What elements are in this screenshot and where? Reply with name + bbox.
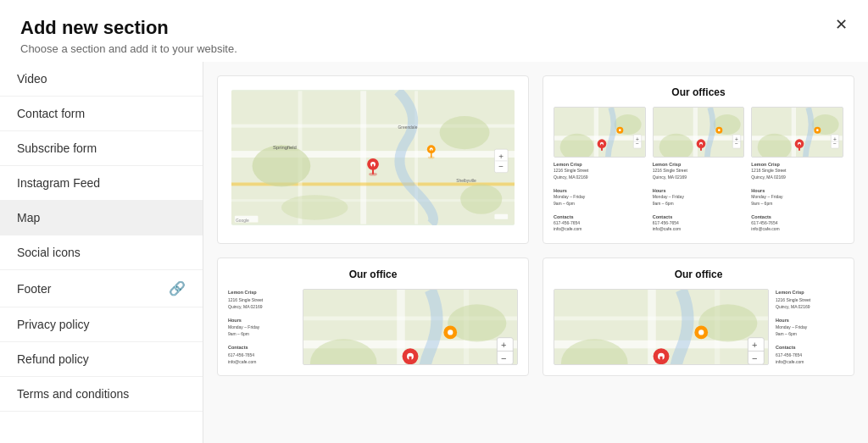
card-simple-map[interactable]: Springfield Greendale Shelbyville	[217, 75, 529, 244]
svg-text:Springfield: Springfield	[273, 145, 297, 150]
sidebar-item-map[interactable]: Map	[0, 201, 203, 235]
sidebar-item-label: Footer	[17, 282, 51, 296]
svg-text:−: −	[501, 353, 506, 363]
svg-rect-44	[693, 108, 697, 158]
svg-point-36	[619, 129, 621, 131]
svg-text:−: −	[735, 141, 738, 147]
map-preview-simple: Springfield Greendale Shelbyville	[231, 90, 515, 225]
sidebar: Video Contact form Subscribe form Instag…	[0, 62, 203, 443]
card-our-office-left-inner: Our office Lemon Crisp 1216 Single Stree…	[218, 258, 528, 375]
sidebar-item-label: Terms and conditions	[17, 387, 129, 401]
modal-overlay: Add new section Choose a section and add…	[0, 0, 868, 443]
sidebar-item-social-icons[interactable]: Social icons	[0, 235, 203, 270]
office-mini-map-2: + −	[653, 107, 745, 158]
office-mini-text-3: Lemon Crisp 1216 Single Street Quincy, M…	[751, 161, 843, 233]
sidebar-item-subscribe-form[interactable]: Subscribe form	[0, 131, 203, 166]
single-office-text-left: Lemon Crisp 1216 Single Street Quincy, M…	[228, 289, 296, 365]
close-icon: ✕	[835, 16, 848, 33]
svg-point-11	[281, 195, 348, 219]
card-our-offices[interactable]: Our offices	[542, 75, 854, 244]
office-mini-map-3: + −	[751, 107, 843, 158]
svg-text:−: −	[833, 141, 837, 147]
sidebar-item-refund-policy[interactable]: Refund policy	[0, 342, 203, 377]
sidebar-item-privacy-policy[interactable]: Privacy policy	[0, 307, 203, 342]
sidebar-item-contact-form[interactable]: Contact form	[0, 97, 203, 131]
svg-text:Shelbyville: Shelbyville	[456, 179, 476, 183]
sidebar-item-label: Video	[17, 72, 47, 86]
office-mini-2: + − Lemon Crisp 1216 Single Street	[653, 107, 745, 233]
office-mini-text-1: Lemon Crisp 1216 Single Street Quincy, M…	[554, 161, 646, 233]
sidebar-item-terms-and-conditions[interactable]: Terms and conditions	[0, 377, 203, 412]
single-office-left: Lemon Crisp 1216 Single Street Quincy, M…	[228, 289, 518, 365]
svg-point-10	[460, 184, 502, 213]
sidebar-item-video[interactable]: Video	[0, 62, 203, 97]
single-office-map-right: + − Google	[554, 289, 769, 365]
content-area: Springfield Greendale Shelbyville	[203, 62, 868, 443]
close-button[interactable]: ✕	[832, 14, 851, 36]
svg-rect-2	[360, 91, 366, 224]
svg-point-50	[718, 129, 721, 131]
our-office-right-title: Our office	[554, 269, 843, 280]
svg-rect-58	[792, 108, 796, 158]
svg-rect-30	[594, 108, 598, 158]
svg-point-77	[448, 304, 506, 341]
svg-text:+: +	[752, 340, 757, 350]
card-our-office-right-inner: Our office	[543, 258, 854, 375]
svg-text:Google: Google	[236, 219, 249, 223]
our-office-left-title: Our office	[228, 269, 518, 280]
svg-point-102	[698, 329, 704, 335]
sidebar-item-label: Subscribe form	[17, 141, 97, 155]
sidebar-item-label: Social icons	[17, 246, 81, 259]
sidebar-item-label: Contact form	[17, 107, 85, 120]
our-offices-title: Our offices	[554, 86, 843, 98]
single-office-text-right: Lemon Crisp 1216 Single Street Quincy, M…	[776, 289, 843, 365]
modal-body: Video Contact form Subscribe form Instag…	[0, 62, 868, 443]
card-our-office-right[interactable]: Our office	[542, 257, 854, 376]
svg-rect-25	[494, 214, 508, 219]
office-mini-1: + − Lemon Crisp 1216 Single Street	[554, 107, 646, 233]
card-our-office-left[interactable]: Our office Lemon Crisp 1216 Single Stree…	[217, 257, 529, 376]
svg-point-97	[698, 304, 757, 341]
cards-grid: Springfield Greendale Shelbyville	[217, 75, 854, 376]
single-office-map-left: + − Google	[303, 289, 518, 365]
svg-text:Greendale: Greendale	[398, 125, 417, 130]
svg-text:−: −	[752, 353, 757, 363]
sidebar-item-instagram-feed[interactable]: Instagram Feed	[0, 166, 203, 201]
office-mini-3: + − Lemon Crisp 1216 Single Street	[751, 107, 843, 233]
svg-point-9	[440, 116, 490, 149]
svg-text:−: −	[498, 162, 504, 171]
svg-point-82	[448, 329, 453, 335]
sidebar-item-label: Instagram Feed	[17, 176, 100, 190]
card-simple-map-inner: Springfield Greendale Shelbyville	[218, 76, 528, 239]
modal-header: Add new section Choose a section and add…	[0, 0, 868, 62]
single-office-right: + − Google Lemon Crisp 1216	[554, 289, 843, 365]
office-mini-map-1: + −	[554, 107, 646, 158]
link-icon: 🔗	[169, 280, 186, 296]
offices-grid: + − Lemon Crisp 1216 Single Street	[554, 107, 843, 233]
modal-subtitle: Choose a section and add it to your webs…	[20, 42, 848, 55]
modal-title: Add new section	[20, 17, 848, 39]
svg-text:+: +	[501, 340, 506, 350]
svg-text:−: −	[636, 141, 639, 147]
sidebar-item-label: Privacy policy	[17, 318, 90, 331]
svg-point-8	[253, 145, 311, 186]
svg-point-64	[816, 129, 819, 131]
card-our-offices-inner: Our offices	[543, 76, 854, 243]
svg-text:+: +	[498, 152, 504, 161]
sidebar-item-footer[interactable]: Footer 🔗	[0, 270, 203, 307]
office-mini-text-2: Lemon Crisp 1216 Single Street Quincy, M…	[653, 161, 745, 233]
sidebar-item-label: Map	[17, 211, 40, 224]
sidebar-item-label: Refund policy	[17, 352, 89, 366]
